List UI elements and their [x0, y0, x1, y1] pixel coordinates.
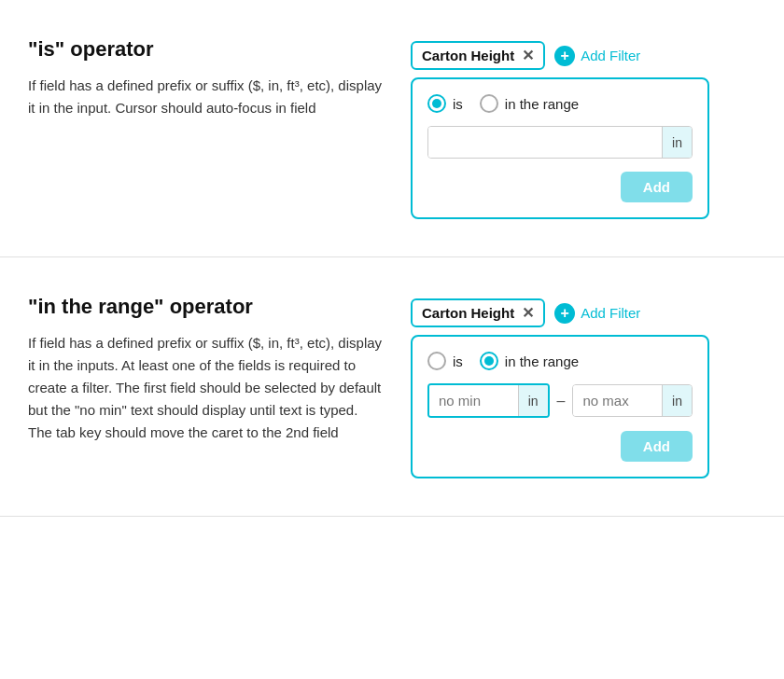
is-operator-suffix: in: [662, 127, 692, 158]
range-max-wrapper: in: [572, 384, 693, 417]
range-operator-section: "in the range" operator If field has a d…: [0, 257, 784, 517]
is-operator-filter-bar: Carton Height ✕ + Add Filter: [411, 41, 640, 70]
is-operator-add-btn-row: Add: [427, 172, 693, 202]
plus-icon-2: +: [554, 303, 575, 324]
is-operator-title: "is" operator: [28, 37, 383, 62]
range-operator-filter-bar: Carton Height ✕ + Add Filter: [411, 298, 640, 327]
is-operator-description: "is" operator If field has a defined pre…: [28, 37, 383, 119]
close-icon-2[interactable]: ✕: [522, 306, 534, 321]
range-operator-add-btn-row: Add: [427, 431, 693, 462]
is-operator-popup: is in the range in Add: [411, 77, 709, 219]
is-operator-demo: Carton Height ✕ + Add Filter is in the r…: [411, 37, 756, 219]
add-filter-button-1[interactable]: + Add Filter: [554, 46, 640, 66]
range-max-suffix: in: [662, 385, 692, 416]
radio-circle-range-2: [480, 352, 498, 370]
is-operator-radio-group: is in the range: [427, 94, 693, 113]
is-operator-section: "is" operator If field has a defined pre…: [0, 0, 784, 257]
plus-icon-1: +: [554, 46, 575, 66]
range-min-suffix: in: [518, 385, 548, 416]
range-max-input[interactable]: [573, 385, 662, 416]
range-input-row: in – in: [427, 383, 693, 418]
is-operator-add-button[interactable]: Add: [621, 172, 693, 202]
range-min-input[interactable]: [429, 385, 518, 416]
range-operator-title: "in the range" operator: [28, 295, 383, 319]
add-filter-button-2[interactable]: + Add Filter: [554, 303, 640, 324]
radio-label-range-1: in the range: [505, 96, 579, 112]
radio-is-1[interactable]: is: [427, 94, 463, 113]
radio-label-is-1: is: [453, 96, 463, 112]
is-operator-input[interactable]: [428, 127, 662, 158]
range-operator-radio-group: is in the range: [427, 352, 693, 370]
radio-label-is-2: is: [453, 353, 463, 369]
radio-circle-is-2: [427, 352, 446, 370]
radio-circle-range-1: [480, 94, 498, 113]
is-operator-input-row: in: [427, 126, 693, 159]
radio-label-range-2: in the range: [505, 353, 579, 369]
radio-circle-is-1: [427, 94, 446, 113]
range-operator-popup: is in the range in – in: [411, 335, 709, 478]
range-operator-description-text: If field has a defined prefix or suffix …: [28, 332, 383, 444]
filter-tag-label-2: Carton Height: [422, 305, 514, 321]
is-operator-description-text: If field has a defined prefix or suffix …: [28, 75, 383, 119]
radio-range-1[interactable]: in the range: [480, 94, 579, 113]
range-operator-description: "in the range" operator If field has a d…: [28, 295, 383, 444]
carton-height-tag-1[interactable]: Carton Height ✕: [411, 41, 545, 70]
range-min-wrapper: in: [427, 383, 550, 418]
add-filter-label-1: Add Filter: [581, 48, 640, 63]
range-separator: –: [550, 393, 573, 409]
filter-tag-label-1: Carton Height: [422, 48, 514, 63]
add-filter-label-2: Add Filter: [581, 305, 640, 321]
carton-height-tag-2[interactable]: Carton Height ✕: [411, 298, 545, 327]
is-operator-input-wrapper: in: [427, 126, 693, 159]
range-operator-demo: Carton Height ✕ + Add Filter is in the r…: [411, 295, 756, 478]
radio-range-2[interactable]: in the range: [480, 352, 579, 370]
radio-is-2[interactable]: is: [427, 352, 463, 370]
range-operator-add-button[interactable]: Add: [621, 431, 693, 462]
close-icon-1[interactable]: ✕: [522, 48, 534, 63]
